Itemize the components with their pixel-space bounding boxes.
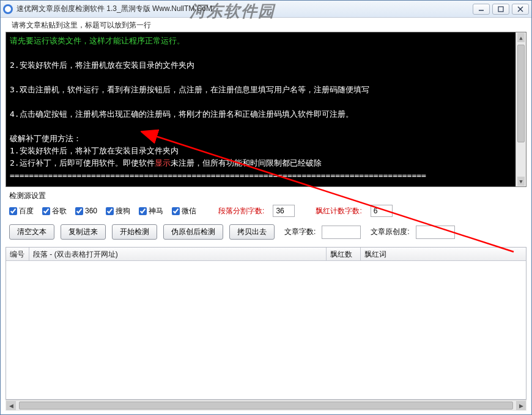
table-header: 编号 段落 - (双击表格打开网址) 飘红数 飘红词 — [6, 248, 526, 261]
hscroll-right-icon[interactable]: ▶ — [516, 401, 526, 410]
action-row: 清空文本 复制进来 开始检测 伪原创后检测 拷贝出去 文章字数: 文章原创度: — [1, 222, 531, 244]
clear-button[interactable]: 清空文本 — [9, 224, 54, 240]
start-detect-button[interactable]: 开始检测 — [112, 224, 157, 240]
original-field[interactable] — [416, 226, 455, 239]
scroll-down-icon[interactable]: ▼ — [517, 177, 525, 186]
chk-baidu[interactable]: 百度 — [9, 206, 34, 216]
chk-sogou[interactable]: 搜狗 — [106, 206, 130, 216]
pseudo-detect-button[interactable]: 伪原创后检测 — [163, 224, 223, 240]
chk-weixin[interactable]: 微信 — [172, 206, 196, 216]
scroll-thumb[interactable] — [517, 45, 525, 142]
seg-split-input[interactable] — [273, 205, 295, 217]
table-body — [6, 261, 526, 399]
wordcount-label: 文章字数: — [284, 227, 316, 237]
result-table[interactable]: 编号 段落 - (双击表格打开网址) 飘红数 飘红词 — [6, 247, 526, 400]
editor-scrollbar[interactable]: ▲ ▼ — [515, 32, 526, 186]
svg-rect-1 — [498, 7, 503, 12]
client-area: 请将文章粘贴到这里，标题可以放到第一行 请先要运行该类文件，这样才能让程序正常运… — [1, 18, 531, 414]
seg-split-label: 段落分割字数: — [218, 206, 264, 216]
chk-google[interactable]: 谷歌 — [42, 206, 67, 216]
wordcount-field[interactable] — [322, 226, 361, 239]
maximize-button[interactable] — [492, 4, 509, 15]
scroll-up-icon[interactable]: ▲ — [517, 33, 525, 42]
article-textarea[interactable]: 请先要运行该类文件，这样才能让程序正常运行。 2.安装好软件后，将注册机放在安装… — [6, 32, 526, 187]
hscroll-thumb[interactable] — [19, 402, 513, 409]
red-count-input[interactable] — [371, 205, 393, 217]
chk-shenma[interactable]: 神马 — [139, 206, 163, 216]
original-label: 文章原创度: — [371, 227, 409, 237]
window-title: 速优网文章原创度检测软件 1.3_黑洞专版 Www.NullTM.CoM — [17, 4, 212, 14]
col-redcount[interactable]: 飘红数 — [327, 248, 361, 260]
col-redword[interactable]: 飘红词 — [361, 248, 526, 260]
source-group-label: 检测源设置 — [1, 187, 531, 202]
paste-hint: 请将文章粘贴到这里，标题可以放到第一行 — [1, 18, 531, 32]
app-window: 速优网文章原创度检测软件 1.3_黑洞专版 Www.NullTM.CoM 请将文… — [0, 0, 532, 415]
source-row: 百度 谷歌 360 搜狗 神马 微信 段落分割字数: 飘红计数字数: — [1, 202, 531, 222]
close-button[interactable] — [512, 4, 529, 15]
horizontal-scrollbar[interactable]: ◀ ▶ — [6, 400, 526, 411]
chk-360[interactable]: 360 — [75, 207, 97, 215]
red-count-label: 飘红计数字数: — [316, 206, 361, 216]
copy-in-button[interactable]: 复制进来 — [61, 224, 106, 240]
app-icon — [3, 4, 13, 14]
hscroll-left-icon[interactable]: ◀ — [6, 401, 16, 410]
titlebar[interactable]: 速优网文章原创度检测软件 1.3_黑洞专版 Www.NullTM.CoM — [1, 1, 531, 18]
col-paragraph[interactable]: 段落 - (双击表格打开网址) — [29, 248, 327, 260]
minimize-button[interactable] — [473, 4, 490, 15]
copy-out-button[interactable]: 拷贝出去 — [229, 224, 275, 240]
col-id[interactable]: 编号 — [6, 248, 29, 260]
